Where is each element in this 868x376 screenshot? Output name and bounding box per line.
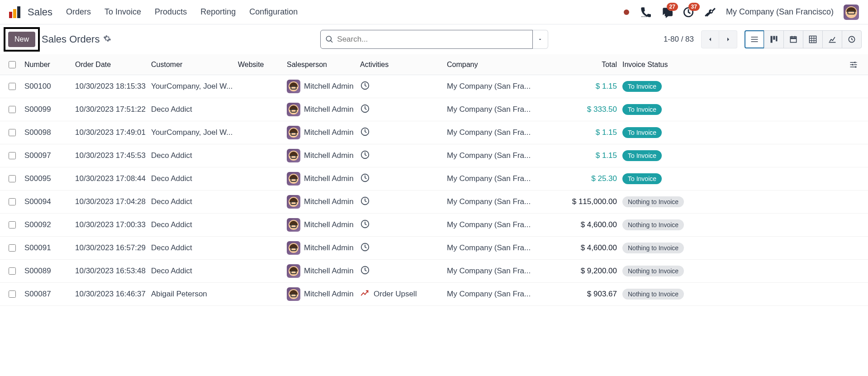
cell-activities[interactable] [360,81,447,93]
cell-activities[interactable] [360,242,447,254]
column-total[interactable]: Total [546,61,617,69]
table-row[interactable]: S0010010/30/2023 18:15:33YourCompany, Jo… [0,75,868,98]
nav-configuration[interactable]: Configuration [249,7,298,17]
cell-salesperson: Mitchell Admin [287,149,360,162]
table-row[interactable]: S0009710/30/2023 17:45:53Deco AddictMitc… [0,144,868,167]
column-customer[interactable]: Customer [151,61,238,69]
cell-activities[interactable] [360,173,447,185]
cell-company: My Company (San Fra... [447,220,546,229]
cell-activities[interactable] [360,150,447,162]
cell-total: $ 333.50 [546,105,617,114]
cell-salesperson: Mitchell Admin [287,103,360,116]
column-salesperson[interactable]: Salesperson [287,61,360,69]
cell-number: S00092 [24,220,75,229]
cell-number: S00095 [24,174,75,183]
cell-customer: YourCompany, Joel W... [151,82,238,91]
company-selector[interactable]: My Company (San Francisco) [726,7,834,17]
column-website[interactable]: Website [238,61,287,69]
view-calendar[interactable] [783,30,803,48]
cell-activities[interactable] [360,127,447,139]
row-checkbox[interactable] [9,83,16,90]
row-checkbox[interactable] [9,198,16,205]
table-row[interactable]: S0008710/30/2023 16:46:37Abigail Peterso… [0,283,868,306]
pager-next[interactable] [719,30,737,48]
row-checkbox[interactable] [9,175,16,182]
row-checkbox[interactable] [9,106,16,113]
salesperson-avatar [287,195,300,209]
nav-reporting[interactable]: Reporting [200,7,236,17]
row-checkbox[interactable] [9,290,16,298]
gear-icon[interactable] [103,33,111,45]
nav-orders[interactable]: Orders [66,7,91,17]
search-box[interactable] [320,30,533,49]
tools-icon[interactable] [704,6,716,18]
app-name[interactable]: Sales [28,6,52,18]
new-button[interactable]: New [8,32,35,47]
cell-salesperson: Mitchell Admin [287,264,360,278]
view-list[interactable] [745,30,764,48]
cell-date: 10/30/2023 17:08:44 [75,174,151,183]
row-checkbox[interactable] [9,129,16,136]
view-pivot[interactable] [803,30,823,48]
invoice-status-badge: Nothing to Invoice [622,243,684,253]
pager-prev[interactable] [701,30,719,48]
cell-date: 10/30/2023 17:00:33 [75,220,151,229]
column-number[interactable]: Number [24,61,75,69]
cell-total: $ 4,600.00 [546,243,617,252]
search-dropdown[interactable] [533,30,548,49]
cell-salesperson: Mitchell Admin [287,241,360,255]
table-row[interactable]: S0009210/30/2023 17:00:33Deco AddictMitc… [0,214,868,237]
row-checkbox[interactable] [9,244,16,252]
cell-number: S00094 [24,197,75,206]
cell-activities[interactable] [360,265,447,277]
messages-icon[interactable]: 27 [661,6,673,18]
cell-activities[interactable]: Order Upsell [360,288,447,300]
user-avatar[interactable] [844,5,859,20]
clock-icon [360,196,370,208]
activity-clock-icon[interactable]: 37 [683,6,694,18]
row-checkbox[interactable] [9,152,16,159]
salesperson-name: Mitchell Admin [304,197,354,206]
search-input[interactable] [337,35,527,44]
cell-date: 10/30/2023 17:45:53 [75,151,151,160]
view-graph[interactable] [822,30,842,48]
table-row[interactable]: S0009910/30/2023 17:51:22Deco AddictMitc… [0,98,868,121]
cell-salesperson: Mitchell Admin [287,287,360,301]
view-activity[interactable] [842,30,862,48]
column-activities[interactable]: Activities [360,61,447,69]
cell-activities[interactable] [360,196,447,208]
table-row[interactable]: S0009410/30/2023 17:04:28Deco AddictMitc… [0,190,868,214]
column-order-date[interactable]: Order Date [75,61,151,69]
row-checkbox[interactable] [9,267,16,275]
select-all-checkbox[interactable] [9,61,16,68]
salesperson-name: Mitchell Admin [304,151,354,160]
table-row[interactable]: S0009110/30/2023 16:57:29Deco AddictMitc… [0,237,868,260]
clock-icon [360,242,370,254]
column-settings[interactable] [844,60,863,69]
salesperson-avatar [287,264,300,278]
nav-to-invoice[interactable]: To Invoice [104,7,141,17]
cell-customer: Deco Addict [151,243,238,252]
cell-activities[interactable] [360,219,447,231]
cell-customer: Deco Addict [151,197,238,206]
cell-number: S00098 [24,128,75,137]
salesperson-name: Mitchell Admin [304,105,354,114]
column-invoice-status[interactable]: Invoice Status [617,61,692,69]
cell-customer: Deco Addict [151,267,238,276]
row-checkbox[interactable] [9,221,16,228]
pager-label: 1-80 / 83 [664,35,694,44]
cell-date: 10/30/2023 17:51:22 [75,105,151,114]
cell-activities[interactable] [360,104,447,116]
app-logo[interactable] [9,6,20,18]
cell-total: $ 115,000.00 [546,197,617,206]
nav-products[interactable]: Products [155,7,187,17]
phone-icon[interactable] [639,6,651,18]
cell-date: 10/30/2023 16:46:37 [75,290,151,299]
column-company[interactable]: Company [447,61,546,69]
table-row[interactable]: S0009510/30/2023 17:08:44Deco AddictMitc… [0,167,868,190]
view-kanban[interactable] [764,30,784,48]
table-row[interactable]: S0008910/30/2023 16:53:48Deco AddictMitc… [0,260,868,283]
cell-customer: Deco Addict [151,174,238,183]
invoice-status-badge: Nothing to Invoice [622,266,684,276]
table-row[interactable]: S0009810/30/2023 17:49:01YourCompany, Jo… [0,121,868,144]
